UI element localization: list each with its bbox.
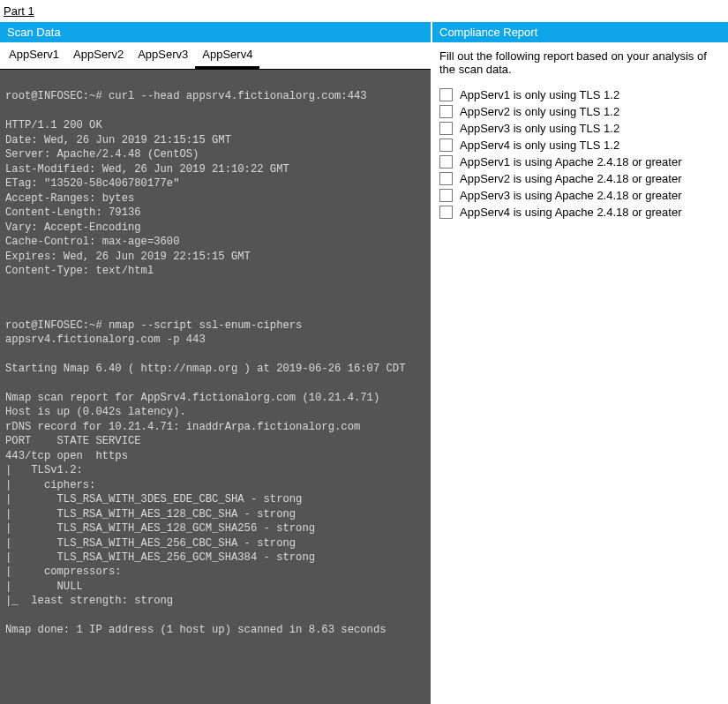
server-tabs: AppServ1 AppServ2 AppServ3 AppServ4 <box>0 42 431 70</box>
checkbox-label: AppServ1 is only using TLS 1.2 <box>460 88 619 101</box>
check-row-appserv1-apache: AppServ1 is using Apache 2.4.18 or great… <box>439 154 728 170</box>
check-row-appserv2-tls: AppServ2 is only using TLS 1.2 <box>439 103 728 120</box>
checkbox-appserv3-tls[interactable] <box>439 122 453 135</box>
check-row-appserv1-tls: AppServ1 is only using TLS 1.2 <box>439 86 728 103</box>
tab-appserv4[interactable]: AppServ4 <box>195 42 259 69</box>
checkbox-label: AppServ1 is using Apache 2.4.18 or great… <box>460 155 682 169</box>
checkbox-label: AppServ2 is only using TLS 1.2 <box>460 105 619 118</box>
checkbox-appserv4-apache[interactable] <box>439 206 453 219</box>
terminal-block-ciphers: root@INFOSEC:~# nmap --script ssl-enum-c… <box>5 318 425 638</box>
check-row-appserv3-apache: AppServ3 is using Apache 2.4.18 or great… <box>439 187 728 204</box>
checkbox-appserv4-tls[interactable] <box>439 139 453 152</box>
compliance-report-header: Compliance Report <box>432 22 728 42</box>
checkbox-label: AppServ3 is only using TLS 1.2 <box>460 122 619 135</box>
check-row-appserv3-tls: AppServ3 is only using TLS 1.2 <box>439 120 728 137</box>
checkbox-label: AppServ4 is only using TLS 1.2 <box>460 139 619 152</box>
header-row: Scan Data Compliance Report <box>0 22 728 42</box>
checkbox-appserv1-tls[interactable] <box>439 88 453 101</box>
check-row-appserv4-apache: AppServ4 is using Apache 2.4.18 or great… <box>439 204 728 221</box>
tab-appserv1[interactable]: AppServ1 <box>2 42 66 69</box>
content-row: AppServ1 AppServ2 AppServ3 AppServ4 root… <box>0 42 728 704</box>
checkbox-appserv1-apache[interactable] <box>439 155 453 169</box>
tab-appserv2[interactable]: AppServ2 <box>66 42 131 69</box>
checkbox-appserv3-apache[interactable] <box>439 189 453 202</box>
check-row-appserv4-tls: AppServ4 is only using TLS 1.2 <box>439 137 728 154</box>
tab-appserv3[interactable]: AppServ3 <box>131 42 195 69</box>
checkbox-label: AppServ4 is using Apache 2.4.18 or great… <box>460 206 682 219</box>
report-instructions: Fill out the following report based on y… <box>432 42 728 83</box>
scan-data-header: Scan Data <box>0 22 431 42</box>
checkbox-appserv2-apache[interactable] <box>439 172 453 185</box>
checkbox-appserv2-tls[interactable] <box>439 105 453 118</box>
terminal-block-curl: root@INFOSEC:~# curl --head appsrv4.fict… <box>5 89 425 278</box>
checkbox-label: AppServ3 is using Apache 2.4.18 or great… <box>460 189 682 202</box>
part-link[interactable]: Part 1 <box>0 0 38 22</box>
checkbox-label: AppServ2 is using Apache 2.4.18 or great… <box>460 172 682 185</box>
terminal-output: root@INFOSEC:~# curl --head appsrv4.fict… <box>0 70 431 704</box>
check-list: AppServ1 is only using TLS 1.2 AppServ2 … <box>432 83 728 221</box>
check-row-appserv2-apache: AppServ2 is using Apache 2.4.18 or great… <box>439 170 728 187</box>
